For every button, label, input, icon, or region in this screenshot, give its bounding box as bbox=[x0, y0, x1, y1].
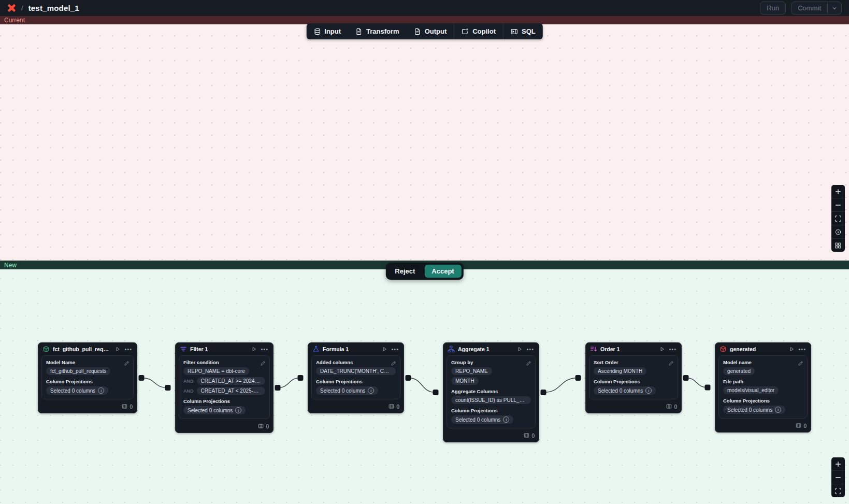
info-icon[interactable]: i bbox=[98, 387, 104, 394]
toolbar-item-copilot[interactable]: Copilot bbox=[454, 23, 503, 39]
play-icon[interactable] bbox=[381, 346, 387, 352]
run-button[interactable]: Run bbox=[760, 2, 786, 15]
edge-connector[interactable] bbox=[278, 378, 300, 388]
aggregate-sitemap-icon bbox=[448, 345, 455, 353]
zoom-out-button[interactable] bbox=[831, 198, 845, 211]
file-icon bbox=[414, 28, 421, 35]
node-toolbar: InputTransformOutputCopilotSQL bbox=[306, 23, 542, 39]
source-handle[interactable] bbox=[275, 385, 281, 391]
node-order-1[interactable]: Order 1 ••• Sort OrderAscending MONTHCol… bbox=[585, 342, 682, 413]
reject-button[interactable]: Reject bbox=[387, 265, 422, 278]
grid-view-button[interactable] bbox=[831, 238, 845, 252]
target-handle[interactable] bbox=[705, 385, 711, 391]
fit-view-button[interactable] bbox=[831, 484, 845, 497]
node-fct-github-pull-requests[interactable]: fct_github_pull_requests ••• Model Namef… bbox=[38, 342, 137, 413]
edit-pencil-icon[interactable] bbox=[124, 359, 129, 368]
current-canvas[interactable] bbox=[0, 24, 849, 261]
node-footer: 0 bbox=[586, 402, 681, 413]
source-handle[interactable] bbox=[683, 375, 689, 381]
target-handle[interactable] bbox=[433, 390, 439, 395]
toolbar-item-input[interactable]: Input bbox=[306, 23, 348, 39]
edge-connector[interactable] bbox=[543, 378, 578, 393]
result-row-count: 0 bbox=[266, 424, 269, 429]
play-icon[interactable] bbox=[114, 346, 121, 352]
source-handle[interactable] bbox=[406, 375, 411, 381]
node-generated[interactable]: generated ••• Model namegeneratedFile pa… bbox=[715, 342, 811, 433]
new-canvas[interactable]: fct_github_pull_requests ••• Model Namef… bbox=[0, 269, 849, 504]
result-row-count: 0 bbox=[803, 423, 807, 429]
edit-pencil-icon[interactable] bbox=[260, 359, 266, 368]
zoom-in-button[interactable] bbox=[831, 185, 845, 198]
visual-editor-app: / test_model_1 Run Commit Current New fc… bbox=[0, 0, 849, 504]
pill-text: REPO_NAME = dbt-core bbox=[188, 368, 245, 374]
edit-pencil-icon[interactable] bbox=[798, 359, 803, 368]
more-menu-icon[interactable]: ••• bbox=[124, 347, 133, 352]
node-aggregate-1[interactable]: Aggregate 1 ••• Group byREPO_NAMEMONTHAg… bbox=[443, 342, 539, 442]
node-footer: 0 bbox=[443, 431, 539, 442]
play-icon[interactable] bbox=[788, 346, 795, 352]
dbt-logo-icon[interactable] bbox=[7, 4, 16, 12]
info-icon[interactable]: i bbox=[645, 387, 652, 394]
play-icon[interactable] bbox=[516, 346, 523, 352]
node-header: fct_github_pull_requests ••• bbox=[38, 343, 137, 355]
zoom-in-button[interactable] bbox=[831, 457, 845, 470]
more-menu-icon[interactable]: ••• bbox=[391, 347, 399, 352]
info-icon[interactable]: i bbox=[368, 387, 374, 394]
play-icon[interactable] bbox=[659, 346, 665, 352]
new-canvas-controls bbox=[831, 457, 845, 497]
node-sections: Sort OrderAscending MONTHColumn Projecti… bbox=[594, 359, 673, 395]
source-handle[interactable] bbox=[139, 375, 145, 381]
more-menu-icon[interactable]: ••• bbox=[260, 347, 269, 352]
more-menu-icon[interactable]: ••• bbox=[526, 347, 535, 352]
columns-icon bbox=[796, 423, 801, 429]
target-handle[interactable] bbox=[575, 375, 581, 381]
toolbar-item-sql[interactable]: SQL bbox=[503, 23, 543, 39]
value-pill: MONTH bbox=[451, 377, 479, 385]
accept-button[interactable]: Accept bbox=[424, 265, 461, 278]
pill-text: CREATED_AT >= 2024-12-01 bbox=[201, 378, 262, 384]
toolbar-item-label: Input bbox=[324, 27, 341, 35]
value-pill: DATE_TRUNC('MONTH', CREATED_AT… bbox=[316, 367, 396, 375]
info-icon[interactable]: i bbox=[775, 407, 781, 413]
edit-pencil-icon[interactable] bbox=[526, 359, 531, 368]
edge-connector[interactable] bbox=[408, 378, 436, 393]
section-label: Aggregate Columns bbox=[451, 388, 531, 394]
edit-pencil-icon[interactable] bbox=[391, 359, 396, 368]
zoom-out-button[interactable] bbox=[831, 470, 845, 484]
value-pill: REPO_NAME = dbt-core bbox=[183, 367, 249, 375]
edge-connector[interactable] bbox=[686, 378, 708, 388]
section-label: Model name bbox=[723, 359, 803, 365]
node-title: generated bbox=[730, 346, 785, 352]
more-menu-icon[interactable]: ••• bbox=[668, 347, 677, 352]
node-filter-1[interactable]: Filter 1 ••• Filter conditionREPO_NAME =… bbox=[175, 342, 274, 433]
chevron-down-icon[interactable] bbox=[828, 2, 841, 14]
play-icon[interactable] bbox=[251, 346, 257, 352]
section-label: File path bbox=[723, 379, 803, 384]
model-cube-icon bbox=[720, 345, 727, 353]
toolbar-item-output[interactable]: Output bbox=[407, 23, 454, 39]
node-body: Sort OrderAscending MONTHColumn Projecti… bbox=[589, 355, 678, 399]
node-row: DATE_TRUNC('MONTH', CREATED_AT… bbox=[316, 367, 396, 375]
edit-pencil-icon[interactable] bbox=[668, 359, 674, 368]
node-formula-1[interactable]: Formula 1 ••• Added columnsDATE_TRUNC('M… bbox=[308, 342, 404, 413]
section-label: Added columns bbox=[316, 359, 396, 365]
info-icon[interactable]: i bbox=[503, 416, 509, 423]
node-row: Selected 0 columnsi bbox=[594, 386, 673, 395]
value-pill: Ascending MONTH bbox=[594, 367, 646, 375]
info-icon[interactable]: i bbox=[235, 407, 241, 413]
condition-conjunction: AND bbox=[183, 379, 194, 384]
review-bar: Reject Accept bbox=[385, 263, 463, 280]
node-sections: Group byREPO_NAMEMONTHAggregate Columnsc… bbox=[451, 359, 531, 424]
fit-view-icon bbox=[834, 487, 842, 495]
target-handle[interactable] bbox=[165, 385, 171, 391]
edge-connector[interactable] bbox=[141, 378, 168, 388]
toolbar-item-transform[interactable]: Transform bbox=[348, 23, 407, 39]
more-menu-icon[interactable]: ••• bbox=[798, 347, 807, 352]
fit-view-button[interactable] bbox=[831, 211, 845, 225]
center-view-button[interactable] bbox=[831, 225, 845, 238]
target-handle[interactable] bbox=[298, 375, 304, 381]
commit-button-group[interactable]: Commit bbox=[791, 2, 842, 15]
source-handle[interactable] bbox=[541, 390, 546, 395]
formula-flask-icon bbox=[312, 345, 320, 353]
commit-button[interactable]: Commit bbox=[792, 2, 827, 14]
